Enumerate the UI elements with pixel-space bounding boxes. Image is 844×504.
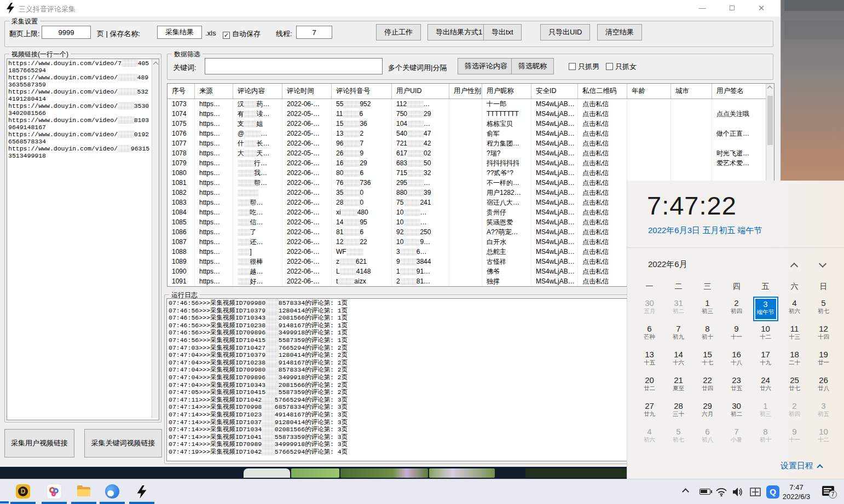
table-cell[interactable]: 点击私信	[578, 138, 627, 148]
table-cell[interactable]: 点击私信	[578, 99, 627, 109]
toolbar-button-4[interactable]: 只导出UID	[540, 24, 590, 40]
day-cell[interactable]: 4初六	[780, 297, 809, 322]
day-cell[interactable]: 23廿五	[722, 374, 751, 399]
day-cell[interactable]: 12十四	[809, 322, 838, 348]
column-header[interactable]: 年龄	[627, 84, 671, 99]
day-cell[interactable]: 21夏至	[664, 374, 693, 399]
day-cell[interactable]: 1初三	[751, 399, 780, 425]
column-header[interactable]: 评论时间	[282, 84, 332, 99]
calendar-next-icon[interactable]	[819, 260, 826, 268]
keyword-input[interactable]	[205, 58, 383, 74]
column-header[interactable]: 评论抖音号	[332, 84, 392, 99]
maximize-button[interactable]	[719, 0, 744, 16]
taskbar-app-circles[interactable]	[42, 479, 67, 504]
day-cell[interactable]: 26廿八	[809, 374, 838, 399]
day-cell[interactable]: 22廿四	[693, 374, 722, 399]
taskbar-collector-app[interactable]	[129, 479, 154, 504]
table-cell[interactable]: 点击私信	[578, 276, 627, 286]
table-cell[interactable]: 点击私信	[578, 237, 627, 247]
column-header[interactable]: 用户UID	[392, 84, 449, 99]
table-row[interactable]: 1076https…@▒▒▒▒…2022-05-…13▒▒▒▒2540▒▒▒▒4…	[167, 129, 774, 138]
day-cell[interactable]: 15十七	[693, 348, 722, 374]
video-links-textarea[interactable]: https://www.douyin.com/video/7▒▒▒▒▒40518…	[7, 59, 159, 420]
day-cell[interactable]: 4初六	[635, 425, 664, 451]
table-cell[interactable]: 点击私信	[578, 168, 627, 178]
collect-keyword-videos-button[interactable]: 采集关键词视频链接	[84, 429, 162, 457]
page-limit-input[interactable]	[42, 26, 91, 39]
toolbar-button-2[interactable]: 导出结果方式1	[427, 24, 490, 40]
calendar-prev-icon[interactable]	[790, 263, 798, 270]
day-cell[interactable]: 16十八	[722, 348, 751, 374]
day-cell[interactable]: 11十三	[780, 322, 809, 348]
column-header[interactable]: 评论内容	[233, 84, 282, 99]
scrollbar-thumb[interactable]	[767, 96, 773, 145]
day-cell[interactable]: 18二十	[780, 348, 809, 374]
battery-icon[interactable]	[700, 489, 710, 495]
table-row[interactable]: 1073https…汉▒▒▒药…2022-06-…55▒▒▒▒952112▒▒▒…	[167, 99, 774, 109]
day-cell[interactable]: 20廿二	[635, 374, 664, 399]
toolbar-button-1[interactable]: 停止工作	[376, 24, 421, 40]
column-header[interactable]: 序号	[167, 84, 195, 99]
day-cell[interactable]: 30初二	[722, 399, 751, 425]
filter-checkbox-2[interactable]: 只抓女	[606, 62, 637, 72]
table-row[interactable]: 1077https…什▒▒▒长…2022-06-…96▒▒▒▒7721▒▒▒▒4…	[167, 138, 774, 148]
day-cell[interactable]: 29六月	[693, 399, 722, 425]
table-cell[interactable]: 点击私信	[578, 188, 627, 198]
minimize-button[interactable]: —	[690, 0, 715, 16]
day-cell[interactable]: 14十六	[664, 348, 693, 374]
table-cell[interactable]: 点击私信	[578, 247, 627, 257]
filter-button-2[interactable]: 筛选昵称	[511, 58, 554, 74]
toolbar-button-3[interactable]: 导出txt	[483, 24, 522, 40]
table-cell[interactable]: 点击私信	[578, 217, 627, 227]
column-header[interactable]: 安全ID	[531, 84, 578, 99]
scroll-up-icon[interactable]	[767, 86, 773, 91]
table-cell[interactable]: 点击私信	[578, 109, 627, 119]
toolbar-button-5[interactable]: 清空结果	[597, 24, 642, 40]
wifi-icon[interactable]	[716, 488, 727, 496]
column-header[interactable]: 来源	[195, 84, 233, 99]
tray-clock[interactable]: 7:47 2022/6/3	[774, 483, 818, 501]
day-cell[interactable]: 9十一	[780, 425, 809, 451]
column-header[interactable]: 用户性别	[449, 84, 482, 99]
table-cell[interactable]: 点击私信	[578, 267, 627, 276]
links-scrollbar[interactable]	[152, 59, 159, 418]
table-cell[interactable]: 点击私信	[578, 227, 627, 237]
day-cell[interactable]: 6初八	[693, 425, 722, 451]
day-cell[interactable]: 7小暑	[722, 425, 751, 451]
column-header[interactable]: 城市	[671, 84, 712, 99]
day-cell[interactable]: 24廿六	[751, 374, 780, 399]
taskbar-browser[interactable]	[100, 479, 125, 504]
day-cell[interactable]: 7初九	[664, 322, 693, 348]
day-cell[interactable]: 6芒种	[635, 322, 664, 348]
filter-button-1[interactable]: 筛选评论内容	[458, 58, 515, 74]
table-row[interactable]: 1075https…支▒▒▒姐2022-06-…15▒▒▒▒36104▒▒▒▒……	[167, 119, 774, 129]
day-cell[interactable]: 2初四	[722, 297, 751, 322]
table-cell[interactable]: 点击私信	[578, 129, 627, 138]
taskbar-file-explorer[interactable]	[71, 479, 96, 504]
day-cell[interactable]: 3初五	[809, 399, 838, 425]
day-cell[interactable]: 19廿一	[809, 348, 838, 374]
day-cell[interactable]: 10十二	[809, 425, 838, 451]
day-cell[interactable]: 30五月	[635, 297, 664, 322]
day-cell[interactable]: 8初十	[751, 425, 780, 451]
day-cell[interactable]: 8初十	[693, 322, 722, 348]
calendar-month-label[interactable]: 2022年6月	[648, 259, 687, 270]
day-cell[interactable]: 13十五	[635, 348, 664, 374]
column-header[interactable]: 私信二维码	[578, 84, 627, 99]
day-cell[interactable]: 25廿七	[780, 374, 809, 399]
day-cell[interactable]: 2初四	[780, 399, 809, 425]
table-cell[interactable]: 点击私信	[578, 207, 627, 217]
day-cell-selected[interactable]: 3端午节	[753, 297, 778, 321]
clock-date-link[interactable]: 2022年6月3日 五月初五 端午节	[648, 225, 762, 236]
collect-user-videos-button[interactable]: 采集用户视频链接	[4, 429, 74, 457]
table-cell[interactable]: 点击私信	[578, 148, 627, 158]
table-cell[interactable]: 点击私信	[578, 257, 627, 267]
day-cell[interactable]: 5初七	[664, 425, 693, 451]
volume-icon[interactable]	[732, 487, 743, 497]
save-name-input[interactable]	[157, 26, 202, 39]
day-cell[interactable]: 31初二	[664, 297, 693, 322]
schedule-link[interactable]: 设置日程	[781, 461, 822, 471]
day-cell[interactable]: 1初三	[693, 297, 722, 322]
day-cell[interactable]: 27廿九	[635, 399, 664, 425]
table-row[interactable]: 1079https…▒▒▒▒行…2022-06-…16▒▒▒▒29683▒▒▒▒…	[167, 158, 774, 168]
